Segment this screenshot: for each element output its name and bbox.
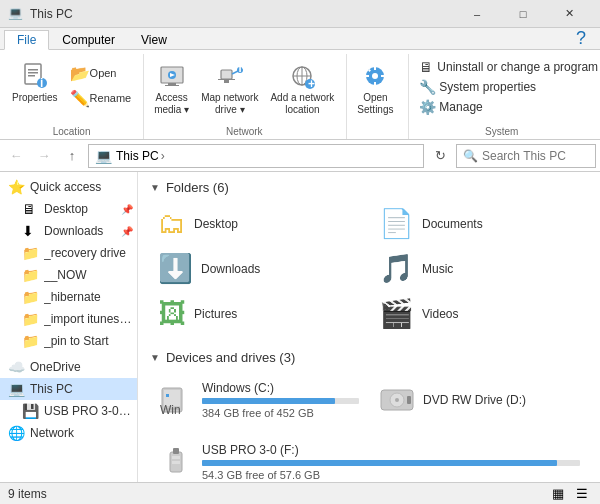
hibernate-icon: 📁 [22, 289, 40, 305]
folder-pictures-icon: 🖼 [158, 297, 186, 330]
folder-desktop[interactable]: 🗂 Desktop [150, 203, 367, 244]
address-box[interactable]: 💻 This PC › [88, 144, 424, 168]
add-network-button[interactable]: + Add a networklocation [266, 58, 338, 118]
drive-c-free: 384 GB free of 452 GB [202, 407, 359, 419]
properties-button[interactable]: i Properties [8, 58, 62, 106]
open-icon: 📂 [70, 64, 90, 83]
settings-group: OpenSettings [349, 54, 409, 139]
access-media-icon [156, 60, 188, 92]
status-bar: 9 items ▦ ☰ [0, 482, 600, 504]
network-icon: 🌐 [8, 425, 26, 441]
sidebar-item-hibernate[interactable]: 📁 _hibernate [0, 286, 137, 308]
open-settings-icon [359, 60, 391, 92]
folders-label: Folders (6) [166, 180, 229, 195]
properties-icon: i [19, 60, 51, 92]
properties-label: Properties [12, 92, 58, 104]
list-view-button[interactable]: ☰ [572, 484, 592, 504]
drive-c-icon: Win [158, 382, 194, 418]
now-icon: 📁 [22, 267, 40, 283]
devices-section-header[interactable]: ▼ Devices and drives (3) [150, 350, 588, 365]
sidebar-item-quick-access[interactable]: ⭐ Quick access [0, 176, 137, 198]
sidebar-item-import-itunes[interactable]: 📁 _import itunes groo [0, 308, 137, 330]
tab-computer[interactable]: Computer [49, 29, 128, 49]
sidebar-item-usb[interactable]: 💾 USB PRO 3-0 (F:) [0, 400, 137, 422]
svg-rect-28 [381, 75, 384, 77]
system-props-button[interactable]: 🔧 System properties [415, 78, 588, 96]
sidebar-item-pin-to-start[interactable]: 📁 _pin to Start [0, 330, 137, 352]
folder-downloads[interactable]: ⬇️ Downloads [150, 248, 367, 289]
drive-dvd-d[interactable]: DVD RW Drive (D:) [371, 373, 588, 427]
drive-c-bar-bg [202, 398, 359, 404]
folders-section-header[interactable]: ▼ Folders (6) [150, 180, 588, 195]
refresh-button[interactable]: ↻ [428, 144, 452, 168]
svg-rect-26 [374, 82, 376, 85]
rename-icon: ✏️ [70, 89, 90, 108]
quick-access-icon: ⭐ [8, 179, 26, 195]
sidebar-item-onedrive[interactable]: ☁️ OneDrive [0, 356, 137, 378]
search-box[interactable]: 🔍 [456, 144, 596, 168]
this-pc-icon: 💻 [8, 381, 26, 397]
folder-videos[interactable]: 🎬 Videos [371, 293, 588, 334]
this-pc-label: This PC [30, 382, 133, 396]
grid-view-button[interactable]: ▦ [548, 484, 568, 504]
help-icon[interactable]: ? [576, 28, 586, 49]
back-button[interactable]: ← [4, 144, 28, 168]
svg-rect-12 [218, 79, 235, 80]
open-button[interactable]: 📂 Open [66, 62, 136, 85]
drive-d-icon [379, 382, 415, 418]
svg-point-37 [395, 398, 399, 402]
drive-c-bar-fill [202, 398, 335, 404]
folder-desktop-label: Desktop [194, 217, 238, 231]
up-button[interactable]: ↑ [60, 144, 84, 168]
now-label: __NOW [44, 268, 133, 282]
uninstall-button[interactable]: 🖥 Uninstall or change a program [415, 58, 588, 76]
window-title: This PC [30, 7, 454, 21]
open-settings-button[interactable]: OpenSettings [353, 58, 397, 118]
folder-music[interactable]: 🎵 Music [371, 248, 588, 289]
svg-rect-38 [407, 396, 411, 404]
folder-pictures[interactable]: 🖼 Pictures [150, 293, 367, 334]
svg-text:Win: Win [160, 403, 181, 417]
svg-rect-3 [28, 75, 35, 77]
manage-button[interactable]: ⚙️ Manage [415, 98, 588, 116]
sidebar-item-downloads[interactable]: ⬇ Downloads 📌 [0, 220, 137, 242]
system-group: 🖥 Uninstall or change a program 🔧 System… [411, 54, 596, 139]
window-controls: – □ ✕ [454, 0, 592, 28]
access-media-button[interactable]: Accessmedia ▾ [150, 58, 193, 118]
settings-label [353, 135, 400, 139]
rename-button[interactable]: ✏️ Rename [66, 87, 136, 110]
manage-label: Manage [439, 100, 482, 114]
drive-f-free: 54.3 GB free of 57.6 GB [202, 469, 580, 481]
forward-button[interactable]: → [32, 144, 56, 168]
sidebar-item-desktop[interactable]: 🖥 Desktop 📌 [0, 198, 137, 220]
onedrive-label: OneDrive [30, 360, 133, 374]
path-sep: › [161, 149, 165, 163]
sidebar-item-network[interactable]: 🌐 Network [0, 422, 137, 444]
import-itunes-label: _import itunes groo [44, 312, 133, 326]
drive-windows-c[interactable]: Win Windows (C:) 384 GB free of 452 GB [150, 373, 367, 427]
tab-view[interactable]: View [128, 29, 180, 49]
rename-label: Rename [90, 92, 132, 105]
svg-rect-8 [165, 85, 179, 86]
drive-f-icon [158, 444, 194, 480]
minimize-button[interactable]: – [454, 0, 500, 28]
tab-file[interactable]: File [4, 30, 49, 50]
folder-grid: 🗂 Desktop 📄 Documents ⬇️ Downloads 🎵 Mus… [150, 203, 588, 334]
drive-f-bar-bg [202, 460, 580, 466]
drive-usb-f[interactable]: USB PRO 3-0 (F:) 54.3 GB free of 57.6 GB [150, 435, 588, 482]
close-button[interactable]: ✕ [546, 0, 592, 28]
svg-rect-25 [374, 67, 376, 70]
search-input[interactable] [482, 149, 589, 163]
manage-icon: ⚙️ [419, 99, 435, 115]
maximize-button[interactable]: □ [500, 0, 546, 28]
svg-point-24 [372, 73, 378, 79]
desktop-label: Desktop [44, 202, 117, 216]
folder-downloads-label: Downloads [201, 262, 260, 276]
map-network-icon: N [214, 60, 246, 92]
sidebar-item-now[interactable]: 📁 __NOW [0, 264, 137, 286]
map-network-button[interactable]: N Map networkdrive ▾ [197, 58, 262, 118]
folder-documents[interactable]: 📄 Documents [371, 203, 588, 244]
sidebar-item-this-pc[interactable]: 💻 This PC [0, 378, 137, 400]
svg-rect-13 [224, 80, 229, 83]
sidebar-item-recovery[interactable]: 📁 _recovery drive [0, 242, 137, 264]
